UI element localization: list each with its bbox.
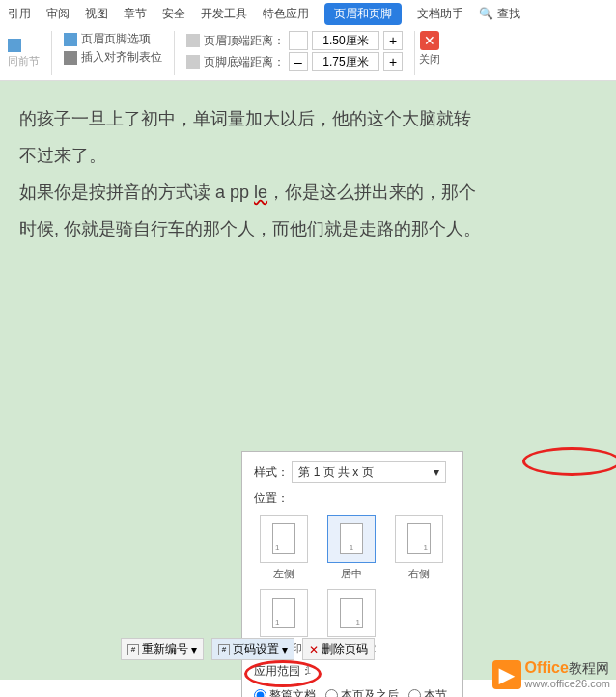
top-dist-input[interactable] [312,31,379,50]
top-dist-label: 页眉顶端距离： [204,33,285,49]
page-number: 1 [305,664,311,676]
insert-align-label: 插入对齐制表位 [81,49,162,66]
thumb-label: 左侧 [273,567,294,581]
menu-item[interactable]: 章节 [124,6,147,22]
options-icon [64,33,77,46]
search-icon: 🔍 [479,7,493,20]
radio-本节[interactable]: 本节 [408,687,447,697]
menu-item[interactable]: 视图 [85,6,108,22]
delete-button[interactable]: ✕删除页码 [302,638,375,660]
same-section-label: 同前节 [8,54,40,69]
insert-align-button[interactable]: 插入对齐制表位 [64,49,162,66]
ribbon: 同前节 页眉页脚选项 插入对齐制表位 页眉顶端距离： – + 页脚底端距离： –… [0,27,616,81]
hf-options-label: 页眉页脚选项 [81,31,151,47]
bot-dist-increase[interactable]: + [383,52,403,71]
paragraph-1: 的孩子一旦上了初中，单词量加大以后，他的这个大脑就转 不过来了。 [19,100,597,174]
style-select[interactable]: 第 1 页 共 x 页 [292,461,446,483]
top-dist-increase[interactable]: + [383,31,403,50]
bot-dist-decrease[interactable]: – [289,52,308,71]
style-label: 样式： [254,464,289,481]
watermark-logo: ▶ [492,660,521,689]
bot-dist-icon [186,55,200,69]
close-icon: ✕ [420,31,439,50]
close-label: 关闭 [419,52,440,67]
radio-整篇文档[interactable]: 整篇文档 [254,687,316,697]
close-button[interactable]: ✕ 关闭 [419,31,440,67]
menu-item[interactable]: 安全 [162,6,185,22]
watermark: ▶ Office教程网 www.office26.com [492,659,610,689]
delete-icon: ✕ [309,643,319,656]
menu-item[interactable]: 审阅 [46,6,70,22]
tab-header-footer[interactable]: 页眉和页脚 [324,3,402,25]
renumber-button[interactable]: #重新编号▾ [121,638,204,660]
top-dist-icon [186,34,200,47]
renumber-icon: # [127,644,139,655]
document-area: 的孩子一旦上了初中，单词量加大以后，他的这个大脑就转 不过来了。 如果你是按拼音… [0,81,616,680]
paragraph-2: 如果你是按拼音的方式读 a pp le，你是这么拼出来的，那个 时候, 你就是骑… [19,174,597,247]
page-setup-button[interactable]: #页码设置▾ [211,638,294,660]
menu-item[interactable]: 引用 [8,6,31,22]
menu-bar: 引用审阅视图章节安全开发工具特色应用页眉和页脚文档助手🔍查找 [0,0,616,27]
align-icon [64,51,77,65]
thumb-左侧[interactable]: 1左侧 [254,515,314,581]
hf-options-button[interactable]: 页眉页脚选项 [64,31,162,47]
thumb-label: 右侧 [408,567,430,581]
page-setup-icon: # [218,644,230,655]
thumb-居中[interactable]: 1居中 [322,515,381,581]
position-label: 位置： [254,490,289,507]
menu-item[interactable]: 特色应用 [263,6,309,22]
top-dist-decrease[interactable]: – [289,31,308,50]
section-icon [8,39,21,52]
thumb-右侧[interactable]: 1右侧 [389,515,449,581]
bot-dist-label: 页脚底端距离： [204,54,285,70]
thumb-label: 居中 [341,567,362,581]
doc-assistant[interactable]: 文档助手 [417,6,463,22]
search-button[interactable]: 🔍查找 [479,6,520,22]
radio-本页及之后[interactable]: 本页及之后 [325,687,399,697]
menu-item[interactable]: 开发工具 [201,6,247,22]
footer-toolbar: #重新编号▾ #页码设置▾ ✕删除页码 [121,638,375,660]
bot-dist-input[interactable] [312,52,379,71]
annotation-circle-1 [522,447,616,476]
scope-label: 应用范围： [254,663,312,680]
